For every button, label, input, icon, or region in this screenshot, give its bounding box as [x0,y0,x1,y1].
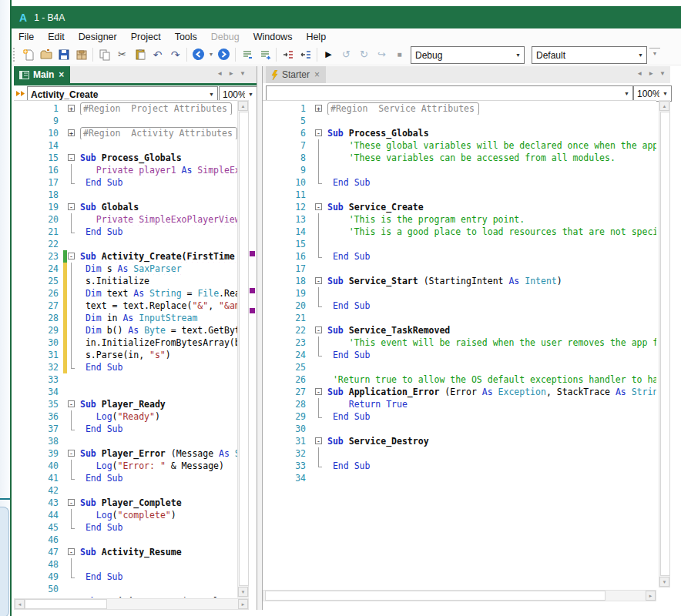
code-text[interactable] [325,361,656,373]
navigate-forward-icon[interactable] [215,47,233,62]
code-text[interactable] [78,373,237,386]
code-line[interactable]: 39-Sub Player_Error (Message As String) [14,447,237,460]
tab-scroll-right-icon[interactable]: ► [648,70,654,77]
line-number[interactable]: 24 [263,349,310,361]
line-number[interactable]: 12 [263,201,310,213]
debug-step-icon[interactable]: ↪ [373,47,391,62]
fold-minus-marker[interactable]: - [67,398,78,410]
code-text[interactable] [78,558,237,571]
run-icon[interactable]: ▶ [320,47,337,62]
navigate-back-icon[interactable] [190,47,207,62]
code-text[interactable]: End Sub [325,410,656,423]
code-line[interactable]: 32 [263,447,656,460]
line-number[interactable]: 9 [14,115,63,127]
code-line[interactable]: 27-Sub Application_Error (Error As Excep… [263,386,656,398]
tab-starter[interactable]: Starter × [266,66,326,83]
code-text[interactable] [78,386,237,398]
stop-icon[interactable]: ■ [391,47,408,62]
code-line[interactable]: 17 [263,263,656,275]
comment-icon[interactable] [238,47,256,62]
scroll-up-icon[interactable]: ▲ [238,101,248,111]
code-text[interactable]: #Region Project Attributes [78,102,237,115]
code-text[interactable]: End Sub [78,176,237,189]
code-text[interactable]: Sub Service_Destroy [325,435,656,447]
line-number[interactable]: 49 [14,571,63,583]
code-text[interactable]: Sub Activity_Resume [78,546,237,558]
code-text[interactable]: text = text.Replace("&", "&amp;") [78,300,237,312]
code-text[interactable]: 'Return true to allow the OS default exc… [325,373,656,386]
code-line[interactable]: 24 Dim s As SaxParser [14,263,237,275]
line-number[interactable]: 7 [263,139,310,152]
code-line[interactable]: 26 Dim text As String = File.ReadString(… [14,287,237,300]
line-number[interactable]: 29 [263,410,310,423]
code-line[interactable]: 32 End Sub [14,361,237,373]
code-line[interactable]: 42 [14,484,237,497]
code-line[interactable]: 15 [263,238,656,250]
fold-minus-marker[interactable]: - [67,595,78,598]
line-number[interactable]: 10 [263,176,310,189]
line-number[interactable]: 17 [14,176,63,189]
code-line[interactable]: 13 'This is the program entry point. [263,213,656,226]
code-line[interactable]: 12-Sub Service_Create [263,201,656,213]
code-line[interactable]: 34 [14,386,237,398]
code-line[interactable]: 34 [263,472,656,484]
code-line[interactable]: 14 'This is a good place to load resourc… [263,226,656,238]
line-number[interactable]: 32 [14,361,63,373]
code-text[interactable]: Log("complete") [78,509,237,521]
code-text[interactable] [325,312,656,324]
line-number[interactable]: 27 [263,386,310,398]
line-number[interactable]: 40 [14,460,63,472]
line-number[interactable]: 33 [14,373,63,386]
menu-item-file[interactable]: File [12,30,41,44]
collapsed-side-panel[interactable] [0,507,9,616]
package-icon[interactable] [72,47,90,62]
fold-minus-marker[interactable]: - [314,386,325,398]
code-line[interactable]: 15-Sub Process_Globals [14,152,237,164]
code-text[interactable] [78,484,237,497]
vertical-scrollbar[interactable]: ▲ ▼ [237,100,249,598]
line-number[interactable]: 19 [14,201,63,213]
line-number[interactable]: 27 [14,300,63,312]
line-number[interactable]: 48 [14,558,63,571]
code-text[interactable]: End Sub [325,460,656,472]
tab-scroll-left-icon[interactable]: ◄ [216,70,223,77]
line-number[interactable]: 29 [14,324,63,336]
code-text[interactable] [325,447,656,460]
code-line[interactable]: 33 [14,373,237,386]
line-number[interactable]: 46 [14,534,63,546]
chevron-down-icon[interactable]: ▼ [621,91,632,96]
fold-minus-marker[interactable]: - [67,152,78,164]
line-number[interactable]: 25 [263,361,310,373]
code-text[interactable]: Sub Activity_Pause (UserClosed As Boolea… [78,595,237,598]
zoom-combo[interactable]: 100% ▼ [633,85,672,102]
build-config-combo[interactable]: Default ▼ [532,46,647,64]
line-number[interactable]: 18 [263,275,310,287]
code-line[interactable]: 20 Private SimpleExoPlayerView1 As Simpl… [14,213,237,226]
redo-icon[interactable]: ↷ [166,47,184,62]
menu-item-project[interactable]: Project [124,30,168,44]
scroll-right-icon[interactable]: ► [646,591,656,601]
chevron-down-icon[interactable]: ▼ [206,92,217,97]
code-text[interactable] [78,435,237,447]
code-line[interactable]: 19 [263,287,656,300]
line-number[interactable]: 20 [263,300,310,312]
code-text[interactable]: End Sub [78,521,237,534]
code-text[interactable]: #Region Activity Attributes [78,127,237,139]
code-line[interactable]: 16 Private player1 As SimpleExoPlayer [14,164,237,176]
code-text[interactable]: s.Initialize [78,275,237,287]
build-mode-combo[interactable]: Debug ▼ [411,46,525,64]
code-text[interactable]: 'This is the program entry point. [325,213,656,226]
fold-minus-marker[interactable]: - [314,201,325,213]
code-line[interactable]: 29 Dim b() As Byte = text.GetBytes("UTF8… [14,324,237,336]
code-line[interactable]: 22 [14,238,237,250]
line-number[interactable]: 16 [14,164,63,176]
line-number[interactable]: 15 [14,152,63,164]
code-text[interactable]: End Sub [78,226,237,238]
code-text[interactable]: in.InitializeFromBytesArray(b, 0, b.Leng… [78,336,237,349]
debug-resume-icon[interactable]: ↺ [337,47,355,62]
chevron-down-icon[interactable]: ▼ [659,91,671,96]
code-text[interactable] [325,164,656,176]
line-number[interactable]: 36 [14,410,63,423]
code-line[interactable]: 44 Log("complete") [14,509,237,521]
line-number[interactable]: 39 [14,447,63,460]
